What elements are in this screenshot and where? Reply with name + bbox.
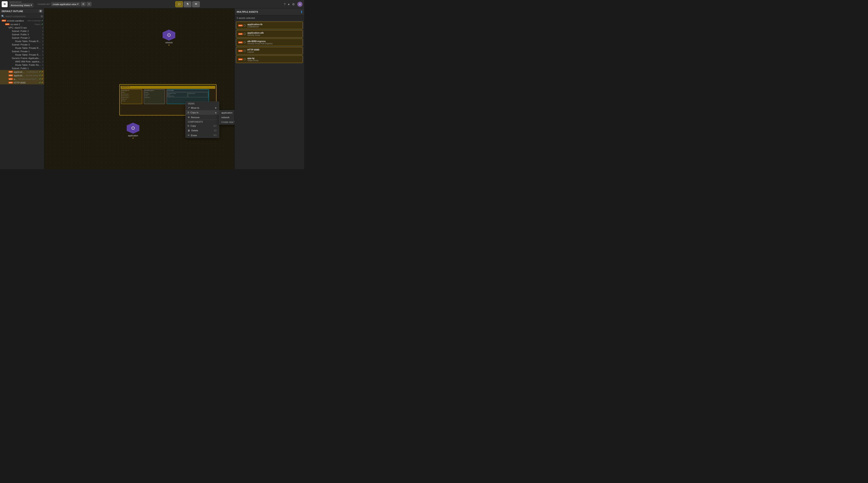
tree-item-name: application-lb [14, 70, 26, 73]
top-bar: SI WORKSPACE: Announcing Views ▾ CHANGE … [0, 0, 304, 8]
asset-card-type: Target Group [247, 59, 301, 61]
tree-item-name: Subnet: Public 3 [12, 33, 41, 36]
discord-icon[interactable]: ♦ [288, 3, 289, 6]
tree-item[interactable]: Generic Frame: Application Frame ℹ [0, 56, 44, 60]
asset-type-icon: ⬡ [244, 32, 246, 35]
submenu-create-new-item[interactable]: Create new View ... [219, 120, 235, 124]
eye-view-button[interactable]: 👁 [192, 1, 200, 7]
changeset-label: CHANGE SET: [38, 3, 50, 5]
context-menu: VIEWS ↗ Move to ▶ ⎘ Copy to ▶ applicatio… [185, 102, 219, 138]
changeset-close-button[interactable]: ✕ [87, 2, 91, 6]
tree-item[interactable]: Subnet: Public 1 ℹ [0, 66, 44, 70]
asset-card-name: app-tg [247, 57, 301, 59]
tree-item[interactable]: VPC: stack72-vpc ℹ [0, 26, 44, 29]
tree-item[interactable]: Route Table: Private Route Table 1 ℹ [0, 53, 44, 56]
asset-card-icon: aws ⬡ [238, 41, 246, 44]
workspace-dropdown[interactable]: Announcing Views ▾ [9, 3, 33, 7]
canvas-area[interactable]: ⬡ network ● ⬡ application ● application-… [44, 8, 235, 169]
tree-item[interactable]: aws si-tools-sandbox AWS Credential ✔ [0, 19, 44, 22]
changeset-grid-button[interactable]: ⊞ [81, 2, 86, 6]
copy-to-submenu: application network Create new View ... [219, 110, 235, 124]
changeset-dropdown[interactable]: create-application-view ▾ [51, 2, 80, 6]
tree-item[interactable]: aws application-lb Loadbalancer ✔✔ [0, 70, 44, 74]
copy-menu-item[interactable]: ⎘ Copy ⌘C [186, 123, 219, 128]
submenu-application-item[interactable]: application [219, 110, 235, 115]
network-node[interactable]: ⬡ network ● [163, 30, 175, 46]
asset-type-icon: ⬡ [244, 49, 246, 52]
changeset-section: CHANGE SET: create-application-view ▾ ⊞ … [38, 2, 91, 6]
search-icon: 🔍 [1, 15, 4, 18]
tree-item-name: Route Table: Private Route Table 3 [15, 47, 41, 49]
tree-item-name: Subnet: Public 1 [12, 67, 41, 69]
remove-menu-item[interactable]: ⊖ Remove [186, 115, 219, 120]
tree-item-name: Subnet: Private 1 [12, 50, 41, 53]
tree-item[interactable]: Subnet: Private 3 ℹ [0, 43, 44, 46]
filter-icon[interactable]: ⊟ [41, 15, 43, 18]
asset-card[interactable]: aws ⬡ HTTP:8080 Listener [236, 47, 303, 55]
info-icon: ℹ [42, 47, 43, 49]
info-icon: ℹ [42, 54, 43, 56]
help-icon[interactable]: ? [284, 3, 285, 6]
info-icon: ℹ [42, 64, 43, 66]
tree-item[interactable]: aws us-east-1 Region ✔ [0, 22, 44, 26]
outline-header: DEFAULT OUTLINE 2 [0, 8, 44, 14]
asset-card[interactable]: aws ⬡ alb-8080-ingress Security Group Ru… [236, 38, 303, 46]
tree-item[interactable]: Subnet: Private 1 ℹ [0, 50, 44, 53]
asset-card[interactable]: aws ⬡ application-alb Security Group [236, 30, 303, 38]
asset-card-name: alb-8080-ingress [247, 40, 301, 42]
provider-badge: aws [8, 71, 13, 73]
asset-card[interactable]: aws ⬡ application-lb Loadbalancer [236, 22, 303, 29]
right-panel-title: MULTIPLE ASSETS [237, 10, 258, 13]
tree-item-subtitle: Loadbalancer [27, 71, 38, 73]
info-icon: ℹ [42, 57, 43, 59]
tree-item[interactable]: Route Table: Public Route Table ℹ [0, 63, 44, 66]
asset-card-info: HTTP:8080 Listener [247, 49, 301, 53]
workspace-info: WORKSPACE: Announcing Views ▾ [9, 1, 33, 7]
tree-item[interactable]: aws HTTP:8080 ✔✔ [0, 81, 44, 84]
tree-item[interactable]: AWS IAM Role: application-role ℹ [0, 60, 44, 63]
user-avatar[interactable]: A [297, 2, 303, 7]
remove-icon: ⊖ [188, 116, 190, 119]
asset-card-name: application-lb [247, 23, 301, 26]
panel-info-icon[interactable]: ℹ [301, 10, 302, 13]
outline-count-badge: 2 [39, 10, 42, 12]
diagram-view-button[interactable]: ⬡ [175, 1, 183, 7]
network-node-label: network [165, 41, 173, 44]
tree-item[interactable]: aws application-alb Security Group ✔✔ [0, 74, 44, 77]
tree-item[interactable]: Route Table: Private Route Table 3 ℹ [0, 46, 44, 50]
search-components-input[interactable] [5, 15, 40, 18]
settings-icon[interactable]: ⚙ [292, 3, 295, 6]
tree-item[interactable]: Subnet: Public 3 ℹ [0, 33, 44, 36]
asset-card-info: application-alb Security Group [247, 31, 301, 36]
tree-item-subtitle: Security Group Rule (… [18, 78, 38, 80]
tree-item-name: HTTP:8080 [14, 81, 38, 84]
chevron-down-icon: ▾ [31, 4, 32, 6]
tree-item-name: AWS IAM Role: application-role [15, 60, 41, 63]
provider-badge: aws [5, 23, 9, 25]
aws-badge: aws [238, 33, 243, 35]
workspace-name: Announcing Views [11, 4, 30, 6]
erase-icon: ✏ [188, 134, 190, 137]
delete-menu-item[interactable]: 🗑 Delete ⌦ [186, 128, 219, 133]
asset-card[interactable]: aws ⬡ app-tg Target Group [236, 55, 303, 63]
copy-to-icon: ⎘ [188, 111, 189, 114]
copy-shortcut: ⌘C [213, 125, 217, 127]
move-to-menu-item[interactable]: ↗ Move to ▶ [186, 105, 219, 110]
tree-item[interactable]: Route Table: Private Route Table 2 ℹ [0, 39, 44, 43]
tree-item[interactable]: aws alb-8080-ingress Security Group Rule… [0, 77, 44, 81]
remove-label: Remove [191, 116, 199, 119]
asset-card-type: Security Group [247, 34, 301, 36]
tree-item-subtitle: AWS Credential [27, 20, 40, 22]
erase-menu-item[interactable]: ✏ Erase ⌘E [186, 133, 219, 138]
tree-item[interactable]: Subnet: Private 2 ℹ [0, 36, 44, 39]
copy-to-menu-item[interactable]: ⎘ Copy to ▶ application network Create n… [186, 110, 219, 115]
delete-shortcut: ⌦ [214, 130, 217, 132]
tree-item[interactable]: Subnet: Public 2 ℹ [0, 29, 44, 33]
asset-card-icon: aws ⬡ [238, 58, 246, 61]
aws-badge: aws [238, 58, 243, 60]
application-node[interactable]: ⬡ application ● [127, 123, 140, 139]
move-to-arrow-icon: ▶ [215, 107, 217, 109]
flask-view-button[interactable]: ⚗ [184, 1, 191, 7]
submenu-network-item[interactable]: network [219, 115, 235, 120]
asset-cards-list: aws ⬡ application-lb Loadbalancer aws ⬡ … [235, 21, 304, 64]
